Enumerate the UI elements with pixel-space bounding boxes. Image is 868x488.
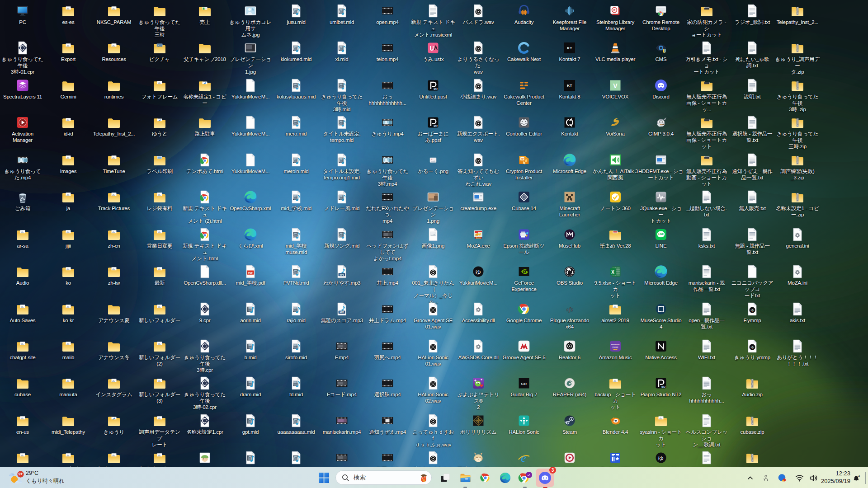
svg-text:PDF: PDF (248, 272, 253, 274)
svg-text:ゆ: ゆ (476, 269, 481, 275)
svg-text:GR: GR (521, 382, 527, 386)
svg-text:X: X (611, 270, 614, 275)
svg-text:ゆ: ゆ (750, 309, 754, 312)
svg-text:z: z (859, 474, 860, 477)
svg-text:sfz: sfz (566, 306, 573, 313)
svg-text:ゆ: ゆ (658, 455, 664, 461)
svg-text:ゆ: ゆ (750, 346, 754, 349)
svg-text:MoZA: MoZA (476, 237, 481, 239)
svg-text:NT2: NT2 (661, 386, 665, 388)
svg-text:CP: CP (521, 158, 524, 160)
svg-text:NT2: NT2 (434, 88, 438, 90)
svg-text:KT: KT (567, 84, 572, 88)
svg-text:KT: KT (567, 46, 572, 50)
svg-text:MP3: MP3 (340, 311, 344, 314)
svg-text:V: V (613, 82, 618, 89)
svg-text:NT2: NT2 (434, 125, 438, 127)
svg-text:LINE: LINE (658, 233, 664, 235)
svg-text:music: music (612, 346, 618, 348)
svg-text:e: e (521, 451, 526, 465)
svg-text:9+: 9+ (19, 472, 23, 476)
svg-text:MP3: MP3 (340, 274, 344, 276)
